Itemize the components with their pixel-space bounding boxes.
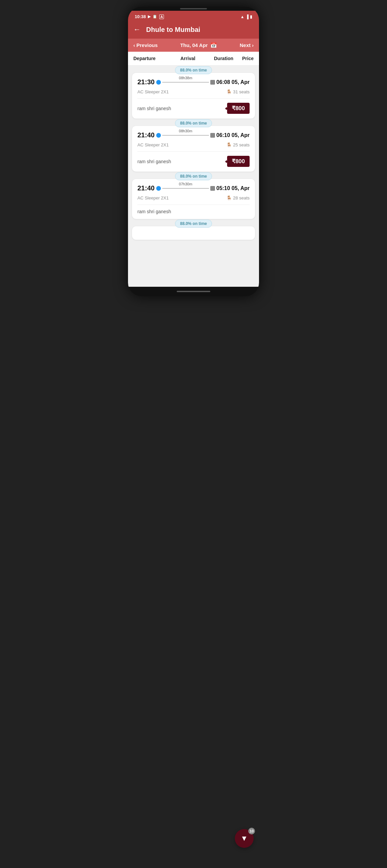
on-time-badge-2: 88.0% on time (175, 119, 212, 127)
bus-card-2[interactable]: 21:40 08h30m 06:10 05, Apr AC Sleeper 2X… (132, 126, 255, 172)
dep-dot-2 (156, 133, 161, 138)
price-row-2: ram shri ganesh ₹800 (138, 156, 249, 167)
dep-dot-1 (156, 80, 161, 85)
arr-dot-2 (210, 133, 215, 138)
seats-count-2: 25 seats (233, 143, 249, 147)
notch-bar (180, 8, 207, 9)
bus-card-1[interactable]: 21:30 08h38m 06:08 05, Apr AC Sleeper 2X… (132, 73, 255, 119)
seat-icon-1: 🪑 (227, 89, 232, 94)
price-row-1: ram shri ganesh ₹800 (138, 103, 249, 114)
duration-label-2: 08h30m (179, 129, 192, 133)
signal-icon (245, 14, 248, 19)
top-bar: ← Dhule to Mumbai (128, 22, 259, 39)
duration-label-1: 08h38m (179, 76, 192, 80)
status-left: 10:38 ▶ 📋 A (135, 14, 164, 19)
operator-1: ram shri ganesh (138, 106, 171, 111)
bus-card-wrapper-3: 88.0% on time 21:40 07h30m 05:10 05, Apr… (128, 172, 259, 219)
price-tag-1[interactable]: ₹800 (227, 103, 249, 114)
seats-count-3: 28 seats (233, 195, 249, 200)
info-row-2: AC Sleeper 2X1 🪑 25 seats (138, 143, 249, 147)
route-row-3: 21:40 07h30m 05:10 05, Apr (138, 184, 249, 192)
home-indicator (177, 291, 210, 292)
dep-time-2: 21:40 (138, 131, 155, 139)
info-row-1: AC Sleeper 2X1 🪑 31 seats (138, 89, 249, 94)
seats-info-3: 🪑 28 seats (227, 195, 249, 200)
price-1: ₹800 (232, 105, 245, 112)
divider-1 (138, 98, 249, 99)
divider-3 (138, 205, 249, 205)
bus-card-wrapper-4: 88.0% on time (128, 219, 259, 246)
seat-icon-2: 🪑 (227, 143, 232, 147)
route-line-1: 08h38m (162, 82, 209, 83)
route-line-3: 07h30m (162, 188, 209, 189)
seats-info-2: 🪑 25 seats (227, 143, 249, 147)
status-right (241, 14, 252, 19)
price-row-3: ram shri ganesh (138, 209, 249, 214)
date-text: Thu, 04 Apr (180, 42, 208, 48)
chevron-right-icon: › (252, 42, 254, 48)
bottom-nav-bar (128, 287, 259, 296)
on-time-badge-4: 88.0% on time (175, 220, 212, 228)
dep-time-3: 21:40 (138, 184, 155, 192)
chevron-left-icon: ‹ (133, 42, 135, 48)
bus-type-2: AC Sleeper 2X1 (138, 143, 169, 147)
columns-header: Departure Arrival Duration Price (128, 52, 259, 65)
dep-dot-3 (156, 186, 161, 191)
bus-card-wrapper-1: 88.0% on time 21:30 08h38m 06:08 05, Apr… (128, 65, 259, 119)
arr-dot-1 (210, 80, 215, 85)
bus-card-3[interactable]: 21:40 07h30m 05:10 05, Apr AC Sleeper 2X… (132, 179, 255, 219)
back-button[interactable]: ← (133, 25, 141, 34)
info-row-3: AC Sleeper 2X1 🪑 28 seats (138, 195, 249, 200)
date-nav-bar: ‹ Previous Thu, 04 Apr 📅 Next › (128, 39, 259, 52)
route-line-2: 08h30m (162, 135, 209, 136)
operator-2: ram shri ganesh (138, 159, 171, 164)
previous-label: Previous (137, 42, 157, 48)
dep-time-1: 21:30 (138, 78, 155, 86)
phone-frame: 10:38 ▶ 📋 A ← Dhule to Mumbai ‹ Previous… (128, 7, 259, 296)
time-display: 10:38 (135, 14, 146, 19)
col-price: Price (241, 56, 254, 61)
wifi-icon (241, 14, 244, 19)
arr-time-3: 05:10 05, Apr (216, 185, 249, 191)
status-bar: 10:38 ▶ 📋 A (128, 11, 259, 22)
seats-count-1: 31 seats (233, 89, 249, 94)
duration-label-3: 07h30m (179, 182, 192, 186)
next-button[interactable]: Next › (240, 42, 254, 48)
previous-button[interactable]: ‹ Previous (133, 42, 157, 48)
calendar-icon[interactable]: 📅 (210, 42, 217, 48)
operator-3: ram shri ganesh (138, 209, 171, 214)
arr-time-2: 06:10 05, Apr (216, 132, 249, 138)
route-row-2: 21:40 08h30m 06:10 05, Apr (138, 131, 249, 139)
page-title: Dhule to Mumbai (146, 26, 200, 34)
divider-2 (138, 151, 249, 152)
price-2: ₹800 (232, 158, 245, 165)
bus-card-wrapper-2: 88.0% on time 21:40 08h30m 06:10 05, Apr… (128, 119, 259, 172)
seats-info-1: 🪑 31 seats (227, 89, 249, 94)
battery-icon (250, 14, 252, 19)
memo-icon: 📋 (152, 14, 157, 19)
main-content: Departure Arrival Duration Price 88.0% o… (128, 52, 259, 287)
bus-card-4[interactable] (132, 226, 255, 240)
route-row-1: 21:30 08h38m 06:08 05, Apr (138, 78, 249, 86)
arr-time-1: 06:08 05, Apr (216, 79, 249, 85)
col-duration: Duration (214, 56, 241, 61)
col-arrival: Arrival (180, 56, 214, 61)
date-display: Thu, 04 Apr 📅 (180, 42, 217, 48)
col-departure: Departure (133, 56, 160, 61)
on-time-badge-1: 88.0% on time (175, 66, 212, 74)
bus-type-1: AC Sleeper 2X1 (138, 89, 169, 94)
seat-icon-3: 🪑 (227, 195, 232, 200)
play-icon: ▶ (148, 14, 150, 19)
price-tag-2[interactable]: ₹800 (227, 156, 249, 167)
on-time-badge-3: 88.0% on time (175, 172, 212, 180)
next-label: Next (240, 42, 250, 48)
arr-dot-3 (210, 186, 215, 191)
a-icon: A (159, 14, 164, 19)
bus-type-3: AC Sleeper 2X1 (138, 195, 169, 200)
notch (128, 7, 259, 11)
